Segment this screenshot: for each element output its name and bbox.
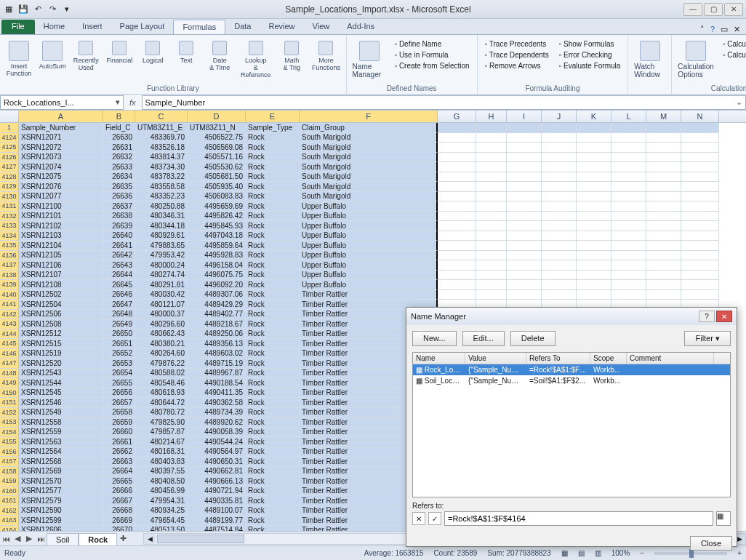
cell[interactable] (507, 143, 542, 153)
undo-icon[interactable]: ↶ (32, 4, 44, 14)
cell[interactable] (476, 221, 507, 231)
row-header[interactable]: 4148 (0, 369, 19, 379)
edit-button[interactable]: Edit... (462, 331, 505, 346)
logical-button[interactable]: Logical (138, 39, 167, 65)
tab-review[interactable]: Review (260, 20, 303, 34)
cell[interactable] (507, 201, 542, 212)
sheet-tab-rock[interactable]: Rock (79, 533, 117, 545)
row-header[interactable]: 4134 (0, 231, 19, 241)
cell[interactable] (611, 182, 646, 192)
row-header[interactable]: 4138 (0, 271, 19, 281)
cell[interactable] (611, 143, 646, 153)
row-header[interactable]: 4150 (0, 388, 19, 399)
cell[interactable]: Rock (246, 201, 300, 212)
cell[interactable]: 483369.70 (135, 133, 188, 143)
row-header[interactable]: 4140 (0, 290, 19, 300)
cell[interactable]: 4489920.62 (188, 417, 246, 428)
cell[interactable] (438, 280, 476, 290)
cell[interactable]: 479954.31 (135, 496, 188, 506)
cell[interactable] (577, 162, 611, 172)
cell[interactable]: 4490662.81 (188, 467, 246, 477)
cell[interactable] (611, 192, 646, 202)
cell[interactable] (542, 162, 577, 172)
sheet-tab-soil[interactable]: Soil (47, 533, 79, 545)
tab-home[interactable]: Home (35, 20, 73, 34)
cell[interactable] (507, 221, 542, 231)
cell[interactable]: UTM83Z11_N (188, 123, 246, 133)
cell[interactable] (542, 133, 577, 143)
cell[interactable] (542, 280, 577, 290)
cell[interactable]: Rock (246, 280, 300, 290)
cell[interactable] (681, 172, 719, 183)
cell[interactable]: XSRN12506 (19, 310, 103, 320)
cell[interactable]: XSRN12072 (19, 143, 103, 153)
cell[interactable] (542, 212, 577, 222)
cell[interactable]: 4489734.39 (188, 408, 246, 418)
expand-formula-icon[interactable]: ⌄ (736, 97, 742, 107)
cell[interactable]: 483734.30 (135, 162, 188, 172)
cell[interactable]: Rock (246, 310, 300, 320)
row-header[interactable]: 4132 (0, 212, 19, 222)
tab-insert[interactable]: Insert (73, 20, 111, 34)
cell[interactable]: 4497043.18 (188, 231, 246, 241)
cell[interactable] (577, 201, 611, 212)
cancel-refers-icon[interactable]: ✕ (412, 512, 425, 525)
cell[interactable] (507, 241, 542, 251)
save-icon[interactable]: 💾 (17, 4, 29, 14)
cell[interactable]: 4487514.84 (188, 526, 246, 532)
cell[interactable] (507, 290, 542, 300)
evaluate-formula-button[interactable]: ▫ Evaluate Formula (556, 61, 624, 71)
cell[interactable] (476, 212, 507, 222)
cell[interactable] (476, 251, 507, 261)
cell[interactable]: 483352.23 (135, 192, 188, 202)
cell[interactable]: XSRN12108 (19, 280, 103, 290)
cell[interactable]: 26642 (103, 251, 135, 261)
cell[interactable]: 26634 (103, 172, 135, 183)
row-header[interactable]: 4151 (0, 398, 19, 408)
cell[interactable]: 4496158.04 (188, 260, 246, 271)
cell[interactable]: XSRN12563 (19, 437, 103, 447)
row-header[interactable]: 4142 (0, 310, 19, 320)
cell[interactable]: 26653 (103, 359, 135, 369)
cell[interactable]: Rock (246, 192, 300, 202)
cell[interactable]: 4506569.08 (188, 143, 246, 153)
formula-input[interactable]: Sample_Number⌄ (142, 95, 746, 110)
cell[interactable]: XSRN12071 (19, 133, 103, 143)
cell[interactable]: 26650 (103, 329, 135, 340)
select-all-corner[interactable] (0, 111, 19, 122)
cell[interactable]: South Marigold (300, 182, 438, 192)
cell[interactable] (438, 241, 476, 251)
cell[interactable]: 26661 (103, 437, 135, 447)
cell[interactable] (438, 221, 476, 231)
cell[interactable] (438, 271, 476, 281)
cell[interactable] (542, 201, 577, 212)
cell[interactable] (476, 260, 507, 271)
row-header[interactable]: 4145 (0, 339, 19, 349)
cell[interactable]: Upper Buffalo (300, 212, 438, 222)
cell[interactable]: XSRN12546 (19, 398, 103, 408)
more-functions-button[interactable]: MoreFunctions (310, 39, 341, 73)
cell[interactable] (577, 182, 611, 192)
accept-refers-icon[interactable]: ✓ (428, 512, 441, 525)
row-header[interactable]: 4149 (0, 378, 19, 388)
cell[interactable] (476, 290, 507, 300)
cell[interactable] (438, 290, 476, 300)
dialog-help-icon[interactable]: ? (699, 311, 715, 322)
column-header[interactable]: N (681, 111, 719, 122)
cell[interactable] (646, 192, 681, 202)
cell[interactable]: Rock (246, 271, 300, 281)
cell[interactable] (611, 162, 646, 172)
cell[interactable]: XSRN12105 (19, 251, 103, 261)
trace-dependents-button[interactable]: ▫ Trace Dependents (482, 50, 552, 60)
cell[interactable] (542, 271, 577, 281)
column-header[interactable]: I (507, 111, 542, 122)
cell[interactable]: 4505571.16 (188, 153, 246, 163)
row-header[interactable]: 4157 (0, 457, 19, 467)
cell[interactable]: XSRN12545 (19, 388, 103, 399)
cell[interactable]: 4495845.93 (188, 221, 246, 231)
cell[interactable]: 4490058.39 (188, 428, 246, 438)
cell[interactable] (611, 153, 646, 163)
cell[interactable] (542, 192, 577, 202)
cell[interactable]: XSRN12590 (19, 506, 103, 516)
cell[interactable] (611, 280, 646, 290)
